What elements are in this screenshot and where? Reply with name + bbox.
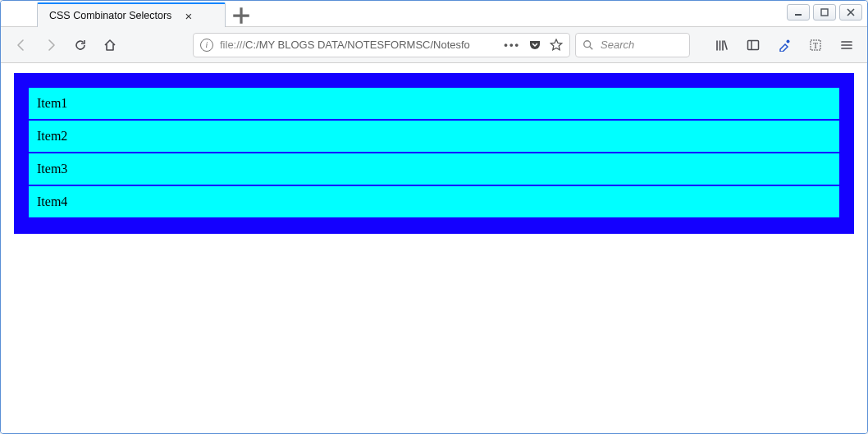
svg-rect-3	[748, 40, 759, 49]
maximize-icon	[820, 8, 829, 16]
list-item: Item4	[29, 186, 839, 219]
toolbar-right-group: T	[710, 33, 859, 57]
plus-icon	[231, 5, 252, 26]
svg-point-2	[584, 40, 591, 47]
window-titlebar: CSS Combinator Selectors ×	[1, 1, 867, 27]
bookmark-star-icon[interactable]	[550, 39, 563, 52]
reload-button[interactable]	[68, 33, 93, 57]
browser-toolbar: i file:///C:/MY BLOGS DATA/NOTESFORMSC/N…	[1, 27, 867, 63]
arrow-right-icon	[44, 39, 57, 52]
arrow-left-icon	[15, 39, 28, 52]
svg-rect-0	[795, 14, 802, 16]
reload-icon	[74, 39, 87, 52]
close-tab-icon[interactable]: ×	[185, 10, 192, 22]
text-encoding-button[interactable]: T	[803, 33, 828, 57]
svg-rect-1	[821, 9, 828, 16]
url-path: C:/MY BLOGS DATA/NOTESFORMSC/Notesfo	[245, 39, 470, 51]
sidebar-icon	[747, 39, 760, 52]
tab-title: CSS Combinator Selectors	[49, 10, 171, 21]
hamburger-icon	[840, 39, 853, 52]
maximize-button[interactable]	[813, 4, 836, 21]
new-tab-button[interactable]	[231, 6, 252, 25]
window-controls	[787, 4, 862, 21]
home-icon	[103, 39, 116, 52]
eyedropper-button[interactable]	[772, 33, 797, 57]
home-button[interactable]	[98, 33, 122, 57]
eyedropper-icon	[778, 39, 791, 52]
url-action-icons: •••	[504, 39, 563, 52]
page-viewport: Item1 Item2 Item3 Item4	[1, 63, 867, 433]
url-protocol: file:///	[220, 39, 245, 51]
tab-strip: CSS Combinator Selectors ×	[1, 1, 252, 27]
text-icon: T	[809, 39, 822, 52]
forward-button[interactable]	[39, 33, 63, 57]
close-window-button[interactable]	[839, 4, 862, 21]
page-actions-icon[interactable]: •••	[504, 39, 520, 51]
sidebar-button[interactable]	[741, 33, 765, 57]
minimize-button[interactable]	[787, 4, 810, 21]
item-list: Item1 Item2 Item3 Item4	[14, 73, 854, 234]
list-item: Item3	[29, 153, 839, 186]
list-item: Item1	[29, 88, 839, 121]
menu-button[interactable]	[834, 33, 859, 57]
back-button[interactable]	[9, 33, 34, 57]
svg-point-5	[787, 39, 790, 43]
search-bar[interactable]: Search	[575, 33, 690, 57]
minimize-icon	[794, 8, 802, 16]
site-info-icon[interactable]: i	[200, 39, 213, 52]
pocket-icon[interactable]	[528, 39, 541, 52]
browser-tab[interactable]: CSS Combinator Selectors ×	[37, 2, 226, 27]
list-item: Item2	[29, 121, 839, 153]
close-icon	[847, 8, 855, 16]
library-button[interactable]	[710, 33, 734, 57]
url-text: file:///C:/MY BLOGS DATA/NOTESFORMSC/Not…	[220, 39, 497, 51]
library-icon	[715, 39, 729, 52]
svg-text:T: T	[813, 41, 818, 50]
url-bar[interactable]: i file:///C:/MY BLOGS DATA/NOTESFORMSC/N…	[193, 33, 570, 57]
search-placeholder: Search	[601, 39, 634, 51]
search-icon	[582, 39, 594, 51]
